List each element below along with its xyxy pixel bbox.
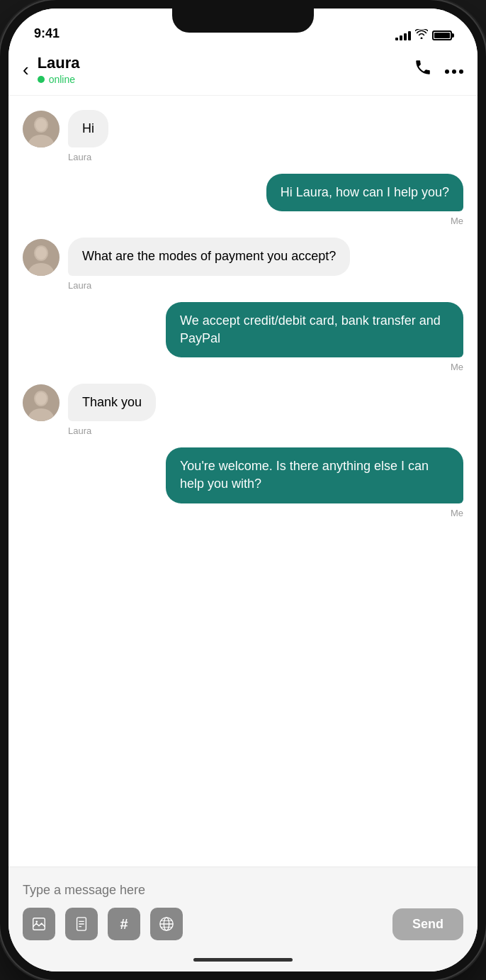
contact-name: Laura (38, 54, 414, 72)
back-button[interactable]: ‹ (23, 60, 29, 79)
hashtag-icon[interactable]: # (108, 908, 140, 940)
sender-label-2: Me (451, 216, 463, 226)
avatar-laura-2 (23, 239, 60, 276)
screen: 9:41 ‹ (9, 9, 477, 971)
chat-area: Hi Laura Hi Laura, how can I help you? M… (9, 96, 477, 867)
svg-point-6 (35, 118, 47, 131)
notch (172, 9, 314, 33)
message-group-4: We accept credit/debit card, bank transf… (23, 302, 463, 372)
status-icons (395, 29, 452, 41)
wifi-icon (415, 29, 428, 41)
svg-point-2 (459, 69, 463, 74)
bubble-msg3: What are the modes of payment you accept… (68, 238, 350, 275)
contact-info: Laura online (38, 54, 414, 85)
message-with-avatar-1: Hi (23, 110, 108, 147)
bubble-msg6: You're welcome. Is there anything else I… (166, 447, 463, 503)
phone-frame: 9:41 ‹ (0, 0, 486, 980)
bubble-msg5: Thank you (68, 384, 156, 421)
svg-rect-15 (33, 918, 45, 930)
svg-point-1 (452, 69, 456, 74)
sender-label-6: Me (451, 508, 463, 518)
message-with-avatar-5: Thank you (23, 384, 156, 421)
avatar-laura-1 (23, 111, 60, 147)
home-indicator (9, 947, 477, 971)
status-label: online (49, 74, 75, 85)
online-dot (38, 76, 45, 83)
status-time: 9:41 (34, 26, 60, 41)
more-button[interactable] (445, 60, 463, 79)
globe-icon[interactable] (150, 908, 183, 940)
sender-label-1: Laura (68, 152, 91, 162)
svg-point-10 (35, 247, 47, 260)
message-group-3: What are the modes of payment you accept… (23, 238, 463, 290)
message-group-2: Hi Laura, how can I help you? Me (23, 174, 463, 226)
contact-status: online (38, 74, 414, 85)
send-button[interactable]: Send (392, 908, 463, 940)
bubble-msg2: Hi Laura, how can I help you? (266, 174, 463, 211)
image-icon[interactable] (23, 908, 55, 940)
sender-label-4: Me (451, 362, 463, 372)
sender-label-3: Laura (68, 280, 91, 291)
message-input[interactable] (23, 879, 463, 908)
message-group-6: You're welcome. Is there anything else I… (23, 447, 463, 518)
header-actions (414, 58, 463, 81)
call-button[interactable] (414, 58, 432, 81)
svg-point-14 (35, 392, 47, 405)
message-group-5: Thank you Laura (23, 384, 463, 436)
chat-header: ‹ Laura online (9, 47, 477, 96)
svg-point-16 (35, 920, 38, 923)
signal-icon (395, 30, 411, 40)
input-toolbar: # Send (23, 908, 463, 940)
document-icon[interactable] (65, 908, 98, 940)
message-group-1: Hi Laura (23, 110, 463, 162)
bubble-msg4: We accept credit/debit card, bank transf… (166, 302, 463, 357)
sender-label-5: Laura (68, 425, 91, 436)
battery-icon (432, 30, 452, 40)
bubble-msg1: Hi (68, 110, 108, 147)
input-area: # Send (9, 867, 477, 947)
svg-point-0 (445, 69, 449, 74)
message-with-avatar-3: What are the modes of payment you accept… (23, 238, 350, 275)
home-bar (193, 958, 293, 962)
avatar-laura-3 (23, 384, 60, 421)
